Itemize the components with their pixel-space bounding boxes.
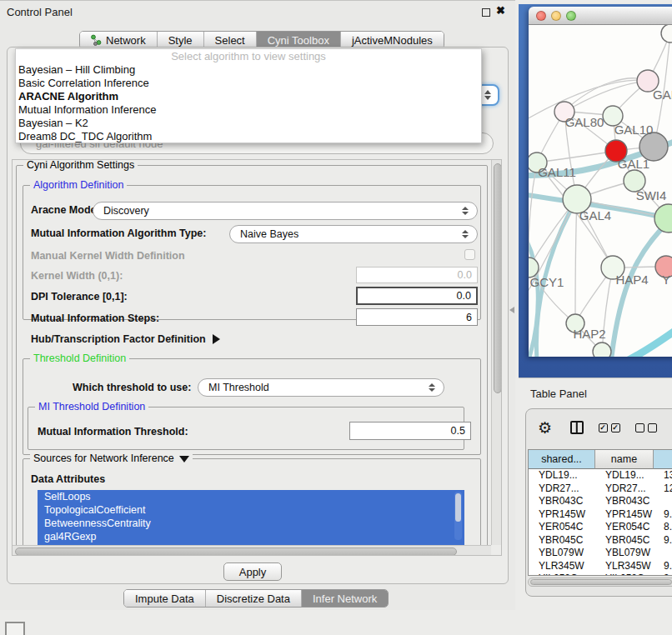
which-threshold-combobox[interactable]: MI Threshold <box>198 378 444 397</box>
network-edge[interactable] <box>537 151 616 162</box>
network-window-titlebar[interactable] <box>529 7 672 25</box>
spinner-arrows-icon <box>461 202 469 219</box>
mi-steps-label: Mutual Information Steps: <box>31 312 159 324</box>
network-node[interactable] <box>593 342 611 357</box>
mi-steps-field[interactable]: 6 <box>356 308 478 326</box>
table-cell: 13 <box>654 469 672 482</box>
unchecked-pair-icon[interactable] <box>635 423 657 432</box>
window-zoom-traffic-icon[interactable] <box>566 11 576 21</box>
network-edge[interactable] <box>575 199 577 323</box>
minimized-panel-icon[interactable] <box>5 622 25 635</box>
cyni-settings-scrollpane: Cyni Algorithm Settings Algorithm Defini… <box>12 159 502 556</box>
dpi-tolerance-field[interactable]: 0.0 <box>356 287 478 305</box>
attribute-list-item[interactable]: BetweennessCentrality <box>38 517 464 530</box>
settings-vertical-scrollbar[interactable] <box>491 160 502 545</box>
aracne-mode-combobox[interactable]: Discovery <box>93 202 478 220</box>
spinner-arrows-icon <box>428 379 435 396</box>
close-icon[interactable]: ✖ <box>496 4 505 17</box>
tab-impute-data[interactable]: Impute Data <box>124 590 206 607</box>
column-header-3[interactable]: A <box>654 450 672 469</box>
column-header-2[interactable]: name <box>595 450 654 469</box>
table-horizontal-scrollbar[interactable] <box>528 578 672 587</box>
sources-group-title: Sources for Network Inference <box>30 452 193 464</box>
attributes-list-scrollbar[interactable] <box>454 492 462 540</box>
attribute-list-item[interactable]: gal4RGexp <box>38 530 464 543</box>
table-cell: YDL19... <box>529 469 595 482</box>
network-node-label: GAL11 <box>538 165 576 179</box>
attribute-list-item[interactable]: SelfLoops <box>38 490 464 503</box>
algorithm-option[interactable]: Dream8 DC_TDC Algorithm <box>16 130 481 143</box>
application-root: Control Panel ✖ NetworkStyleSelectCyni T… <box>0 0 672 635</box>
tab-style[interactable]: Style <box>158 32 204 48</box>
tab-infer-network[interactable]: Infer Network <box>302 590 388 607</box>
table-row[interactable]: YDL19...YDL19...13 <box>529 469 672 482</box>
tab-label: Impute Data <box>135 592 194 605</box>
splitpane-collapse-icon[interactable] <box>509 307 514 313</box>
attribute-list-item[interactable]: TopologicalCoefficient <box>38 503 464 517</box>
expanded-arrow-icon <box>179 456 189 462</box>
node-attribute-table[interactable]: shared...nameA YDL19...YDL19...13YDR27..… <box>528 449 672 576</box>
column-header-1[interactable]: shared... <box>529 450 595 469</box>
tab-label: Infer Network <box>313 592 377 605</box>
table-cell: 9. <box>654 534 672 548</box>
network-node-label: Y <box>662 272 670 287</box>
aracne-mode-label: Aracne Mode: <box>31 204 100 216</box>
algorithm-option[interactable]: Bayesian – K2 <box>16 117 481 130</box>
table-cell: YIL052C <box>529 572 595 576</box>
network-node-label: GAL1 <box>618 157 649 171</box>
tab-select[interactable]: Select <box>204 32 257 48</box>
scrollbar-thumb[interactable] <box>494 163 502 393</box>
scrollbar-thumb[interactable] <box>530 579 672 585</box>
algorithm-option[interactable]: Bayesian – Hill Climbing <box>16 63 481 77</box>
scrollbar-thumb[interactable] <box>455 493 461 522</box>
table-panel: Table Panel ⚙ ✓✓ shared...nameA YDL19...… <box>519 378 672 635</box>
tab-network[interactable]: Network <box>80 32 158 48</box>
table-row[interactable]: YBL079WYBL079W <box>529 547 672 560</box>
table-row[interactable]: YBR045CYBR045C9. <box>529 534 672 548</box>
manual-kernel-label: Manual Kernel Width Definition <box>31 250 185 262</box>
network-graph: GALGAL80GAL10GAL1GAL11SWI4GAL4GCY1HAP4YH… <box>529 25 672 357</box>
network-edge[interactable] <box>625 328 672 357</box>
gear-icon[interactable]: ⚙ <box>538 420 552 436</box>
table-row[interactable]: YLR345WYLR345W9. <box>529 560 672 573</box>
algorithm-option[interactable]: Mutual Information Inference <box>16 103 481 117</box>
data-attributes-list[interactable]: SelfLoopsTopologicalCoefficientBetweenne… <box>38 490 464 545</box>
table-row[interactable]: YPR145WYPR145W9. <box>529 508 672 522</box>
network-edge[interactable] <box>564 81 648 112</box>
network-node[interactable] <box>654 204 672 232</box>
table-row[interactable]: YER054CYER054C8. <box>529 521 672 534</box>
kernel-width-field[interactable]: 0.0 <box>356 267 478 283</box>
checked-pair-icon[interactable]: ✓✓ <box>599 423 620 432</box>
settings-horizontal-scrollbar[interactable] <box>13 545 491 556</box>
tab-discretize-data[interactable]: Discretize Data <box>206 590 302 607</box>
table-panel-title: Table Panel <box>530 388 587 400</box>
table-cell: 8. <box>654 521 672 534</box>
table-cell: YBR043C <box>595 495 654 508</box>
tab-label: Cyni Toolbox <box>268 34 329 47</box>
tab-cyni-toolbox[interactable]: Cyni Toolbox <box>257 32 341 48</box>
mi-type-combobox[interactable]: Naive Bayes <box>229 225 478 243</box>
table-row[interactable]: YBR043CYBR043C <box>529 495 672 508</box>
float-window-icon[interactable] <box>482 8 490 17</box>
window-close-traffic-icon[interactable] <box>536 11 546 21</box>
manual-kernel-checkbox[interactable] <box>464 249 475 260</box>
network-canvas[interactable]: GALGAL80GAL10GAL1GAL11SWI4GAL4GCY1HAP4YH… <box>529 25 672 357</box>
table-row[interactable]: YDR27...YDR27...12 <box>529 482 672 496</box>
network-node-label: GAL80 <box>565 115 604 129</box>
hub-definition-toggle[interactable]: Hub/Transcription Factor Definition <box>31 333 220 345</box>
scrollbar-thumb[interactable] <box>15 548 457 556</box>
algorithm-option[interactable]: ARACNE Algorithm <box>16 90 481 103</box>
window-minimize-traffic-icon[interactable] <box>551 11 561 21</box>
algorithm-option[interactable]: Basic Correlation Inference <box>16 77 481 90</box>
table-row[interactable]: YIL052CYIL052C9. <box>529 572 672 576</box>
table-cell: YDR27... <box>529 482 595 496</box>
split-columns-icon[interactable] <box>570 421 584 434</box>
apply-button[interactable]: Apply <box>223 562 282 581</box>
tab-jactivemnodules[interactable]: jActiveMNodules <box>341 32 444 48</box>
tab-label: Discretize Data <box>217 592 290 605</box>
mi-threshold-field[interactable]: 0.5 <box>349 422 471 440</box>
table-cell: YLR345W <box>529 560 595 573</box>
table-cell: YBL079W <box>529 547 595 560</box>
mi-type-label: Mutual Information Algorithm Type: <box>31 228 206 239</box>
network-node[interactable] <box>661 25 672 42</box>
